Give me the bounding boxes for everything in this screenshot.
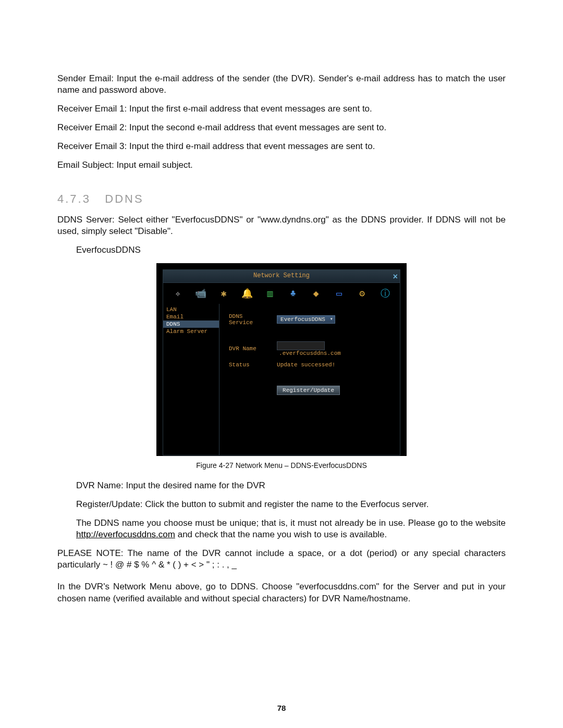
figure-caption: Figure 4-27 Network Menu – DDNS-Everfocu… <box>57 461 506 470</box>
label-status: Status <box>226 360 273 370</box>
reel-icon[interactable]: ✱ <box>216 286 231 301</box>
text-after-link: and check that the name you wish to use … <box>178 529 387 539</box>
display-icon[interactable]: ▭ <box>332 286 346 301</box>
network-setting-window: Network Setting × ✧ 📹 ✱ 🔔 ▥ ♣ ◆ ▭ ⚙ ⓘ LA… <box>156 263 407 456</box>
toolbar: ✧ 📹 ✱ 🔔 ▥ ♣ ◆ ▭ ⚙ ⓘ <box>163 283 400 304</box>
paragraph-dvr-name: DVR Name: Input the desired name for the… <box>76 480 506 491</box>
section-number: 4.7.3 <box>57 192 91 205</box>
register-update-button[interactable]: Register/Update <box>277 386 340 395</box>
sidebar-item-alarm[interactable]: Alarm Server <box>163 328 219 335</box>
dvr-name-input[interactable] <box>277 341 325 350</box>
paragraph-register: Register/Update: Click the button to sub… <box>76 499 506 510</box>
section-title: DDNS <box>105 192 143 205</box>
schedule-icon[interactable]: ▥ <box>263 286 277 301</box>
paragraph-recv1: Receiver Email 1: Input the first e-mail… <box>57 103 506 115</box>
disk-icon[interactable]: ◆ <box>309 286 323 301</box>
paragraph-recv3: Receiver Email 3: Input the third e-mail… <box>57 141 506 152</box>
ddns-service-dropdown[interactable]: EverfocusDDNS <box>277 315 335 324</box>
magic-icon[interactable]: ✧ <box>170 286 185 301</box>
label-dvr-name: DVR Name <box>226 339 273 359</box>
embedded-screenshot: Network Setting × ✧ 📹 ✱ 🔔 ▥ ♣ ◆ ▭ ⚙ ⓘ LA… <box>156 263 407 456</box>
sidebar-item-ddns[interactable]: DDNS <box>163 320 219 328</box>
window-titlebar: Network Setting × <box>163 269 400 283</box>
sidebar-item-lan[interactable]: LAN <box>163 306 219 313</box>
paragraph-unique: The DDNS name you choose must be unique;… <box>76 517 506 540</box>
sidebar: LAN Email DDNS Alarm Server <box>163 304 219 455</box>
settings-panel: DDNS Service EverfocusDDNS DVR Name .eve… <box>219 304 400 455</box>
window-title: Network Setting <box>253 272 310 279</box>
text-before-link: The DDNS name you choose must be unique;… <box>76 518 506 528</box>
paragraph-instructions: In the DVR's Network Menu above, go to D… <box>57 581 506 604</box>
paragraph-subject: Email Subject: Input email subject. <box>57 159 506 171</box>
paragraph-sender-email: Sender Email: Input the e-mail address o… <box>57 73 506 96</box>
paragraph-ddns-server: DDNS Server: Select either "EverfocusDDN… <box>57 214 506 237</box>
domain-suffix: .everfocusddns.com <box>279 350 341 356</box>
info-icon[interactable]: ⓘ <box>378 286 393 301</box>
label-ddns-service: DDNS Service <box>226 311 273 328</box>
bell-icon[interactable]: 🔔 <box>240 286 254 301</box>
status-value: Update successed! <box>274 360 394 370</box>
section-heading-ddns: 4.7.3 DDNS <box>57 192 506 206</box>
document-page: Sender Email: Input the e-mail address o… <box>0 0 563 728</box>
camera-icon[interactable]: 📹 <box>193 286 208 301</box>
sidebar-item-email[interactable]: Email <box>163 313 219 320</box>
close-icon[interactable]: × <box>393 272 398 283</box>
page-number: 78 <box>0 704 563 712</box>
paragraph-please-note: PLEASE NOTE: The name of the DVR cannot … <box>57 548 506 571</box>
gear-icon[interactable]: ⚙ <box>355 286 370 301</box>
network-icon[interactable]: ♣ <box>286 286 300 301</box>
label-everfocusddns: EverfocusDDNS <box>76 244 506 256</box>
link-everfocusddns[interactable]: http://everfocusddns.com <box>76 529 175 539</box>
paragraph-recv2: Receiver Email 2: Input the second e-mai… <box>57 122 506 133</box>
